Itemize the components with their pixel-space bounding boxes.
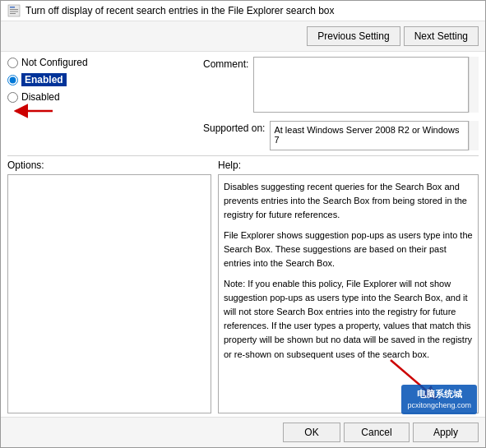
- radio-group: Not Configured Enabled Disabled: [7, 57, 197, 150]
- apply-button[interactable]: Apply: [413, 423, 479, 442]
- enabled-radio[interactable]: [7, 75, 18, 85]
- cancel-button[interactable]: Cancel: [344, 423, 410, 442]
- not-configured-radio[interactable]: [7, 58, 18, 68]
- comment-label: Comment:: [203, 57, 248, 114]
- comment-textarea[interactable]: [253, 57, 469, 113]
- ok-button[interactable]: OK: [283, 423, 340, 442]
- svg-rect-4: [10, 13, 16, 14]
- enabled-option[interactable]: Enabled: [7, 73, 197, 86]
- help-paragraph-1: Disables suggesting recent queries for t…: [224, 180, 473, 222]
- policy-icon: [7, 4, 21, 17]
- supported-value: At least Windows Server 2008 R2 or Windo…: [274, 125, 465, 145]
- svg-rect-3: [10, 12, 18, 12]
- options-panel: Options:: [7, 159, 211, 413]
- not-configured-option[interactable]: Not Configured: [7, 57, 197, 68]
- supported-label: Supported on:: [203, 121, 265, 150]
- comment-supported-section: Comment: Supported on: At least Windows …: [203, 57, 479, 150]
- options-heading: Options:: [7, 159, 211, 171]
- title-bar: Turn off display of recent search entrie…: [1, 1, 485, 21]
- next-setting-button[interactable]: Next Setting: [404, 26, 479, 46]
- title-bar-text: Turn off display of recent search entrie…: [25, 5, 335, 16]
- help-paragraph-2: File Explorer shows suggestion pop-ups a…: [224, 229, 473, 270]
- bottom-bar: OK Cancel Apply: [1, 417, 485, 447]
- disabled-option[interactable]: Disabled: [7, 91, 197, 103]
- help-paragraph-3: Note: If you enable this policy, File Ex…: [224, 277, 473, 361]
- help-panel: Help: Disables suggesting recent queries…: [218, 159, 479, 413]
- top-section: Not Configured Enabled Disabled Comment:: [1, 52, 485, 155]
- not-configured-label: Not Configured: [21, 57, 88, 68]
- panels-row: Options: Help: Disables suggesting recen…: [1, 156, 485, 417]
- options-box: [7, 174, 211, 413]
- supported-field: At least Windows Server 2008 R2 or Windo…: [270, 121, 469, 150]
- disabled-label: Disabled: [21, 91, 60, 103]
- svg-rect-2: [10, 9, 18, 10]
- enabled-label: Enabled: [21, 73, 67, 86]
- disabled-radio[interactable]: [7, 92, 18, 103]
- help-box: Disables suggesting recent queries for t…: [218, 174, 479, 413]
- main-window: Turn off display of recent search entrie…: [0, 0, 486, 448]
- svg-rect-1: [10, 7, 15, 8]
- help-content: Disables suggesting recent queries for t…: [219, 175, 478, 367]
- help-heading: Help:: [218, 159, 479, 171]
- toolbar: Previous Setting Next Setting: [1, 21, 485, 52]
- previous-setting-button[interactable]: Previous Setting: [307, 26, 400, 46]
